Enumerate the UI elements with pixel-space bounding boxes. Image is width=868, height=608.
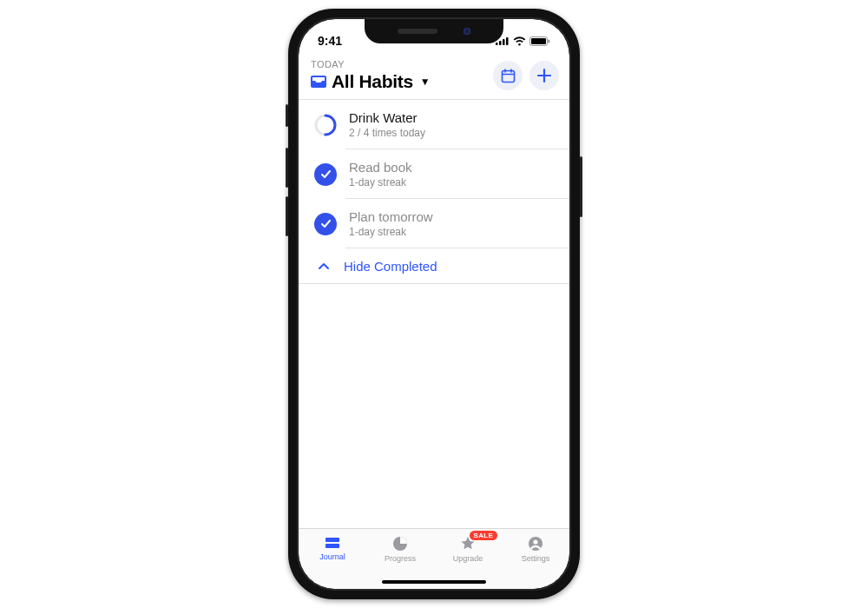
svg-rect-0 (496, 43, 498, 45)
svg-point-19 (533, 539, 537, 544)
app-screen: 9:41 TODAY All Habits ▼ (299, 19, 569, 589)
svg-rect-1 (499, 41, 502, 45)
calendar-icon (501, 69, 516, 83)
svg-rect-6 (549, 39, 550, 43)
tab-settings[interactable]: Settings (502, 529, 569, 589)
habit-subtitle: 2 / 4 times today (349, 127, 425, 139)
habit-title: Plan tomorrow (349, 209, 433, 224)
calendar-button[interactable] (493, 61, 523, 90)
habit-list[interactable]: Drink Water 2 / 4 times today Read book … (299, 100, 569, 528)
wifi-icon (513, 36, 526, 46)
screen-header: TODAY All Habits ▼ (299, 54, 569, 99)
status-time: 9:41 (318, 34, 342, 48)
svg-rect-7 (502, 70, 514, 82)
status-indicators (496, 36, 550, 46)
svg-rect-3 (506, 37, 509, 45)
progress-icon (392, 536, 408, 552)
habit-checkmark[interactable] (314, 163, 337, 186)
phone-frame: 9:41 TODAY All Habits ▼ (288, 9, 580, 599)
habit-subtitle: 1-day streak (349, 226, 433, 238)
device-notch (365, 19, 503, 43)
tab-label: Journal (319, 552, 345, 561)
tab-bar: Journal Progress SALE Upgrade Settings (299, 528, 569, 589)
sale-badge: SALE (470, 531, 498, 540)
check-icon (320, 169, 332, 180)
svg-rect-2 (503, 39, 505, 45)
habit-title: Drink Water (349, 110, 425, 125)
habit-row[interactable]: Read book 1-day streak (299, 149, 569, 199)
habit-checkmark[interactable] (314, 213, 337, 235)
chevron-up-icon (318, 261, 330, 273)
habit-row[interactable]: Drink Water 2 / 4 times today (299, 100, 569, 149)
habit-row[interactable]: Plan tomorrow 1-day streak (299, 199, 569, 248)
header-title: All Habits (332, 71, 413, 92)
chevron-down-icon: ▼ (420, 76, 431, 88)
svg-rect-16 (326, 544, 339, 548)
svg-rect-5 (531, 38, 546, 44)
habit-subtitle: 1-day streak (349, 176, 412, 188)
tab-journal[interactable]: Journal (299, 529, 366, 589)
inbox-icon (311, 76, 326, 88)
journal-icon (324, 536, 341, 550)
plus-icon (536, 68, 552, 83)
habit-title: Read book (349, 160, 412, 175)
battery-icon (529, 36, 550, 46)
tab-label: Upgrade (453, 554, 483, 563)
svg-rect-15 (326, 538, 339, 542)
check-icon (320, 218, 332, 229)
tab-label: Settings (522, 554, 550, 563)
home-indicator[interactable] (382, 580, 486, 584)
add-button[interactable] (529, 61, 559, 90)
tab-label: Progress (385, 554, 416, 563)
habit-progress-ring[interactable] (314, 114, 337, 136)
hide-completed-label: Hide Completed (344, 259, 437, 274)
profile-icon (528, 536, 543, 552)
toggle-hide-completed[interactable]: Hide Completed (299, 248, 569, 284)
